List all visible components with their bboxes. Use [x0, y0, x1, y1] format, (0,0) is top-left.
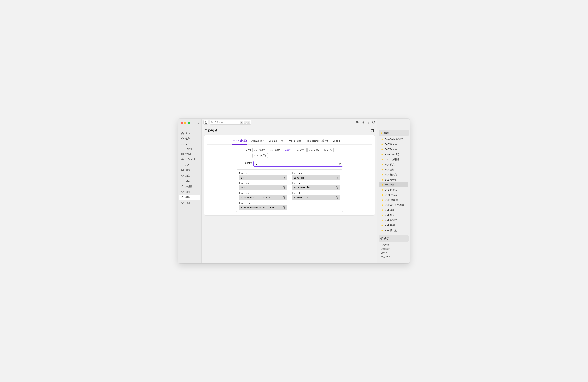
page-header: 单位转换 [202, 126, 377, 134]
tool-item[interactable]: ⚡UUID 解析器 [379, 197, 408, 203]
tool-item[interactable]: ⚡XML 压缩 [379, 223, 408, 228]
svg-rect-0 [182, 153, 182, 154]
tool-item[interactable]: ⚡Paseto 解析器 [379, 157, 408, 162]
unit-chip[interactable]: m (米) [283, 148, 293, 153]
length-input[interactable] [253, 161, 343, 167]
collapse-sidebar-button[interactable]: « [197, 122, 199, 124]
svg-rect-1 [183, 153, 183, 154]
bolt-icon [181, 196, 184, 199]
nav-item-plug[interactable]: JSON [179, 147, 200, 152]
tool-item[interactable]: ⚡SQL 转义 [379, 162, 408, 167]
unit-chip[interactable]: ft (英尺) [321, 148, 334, 153]
tool-item[interactable]: ⚡SQL 压缩 [379, 167, 408, 172]
nav-item-clock[interactable]: 日期时间 [179, 157, 200, 162]
tab[interactable]: Mass (质量) [289, 138, 302, 144]
tool-item[interactable]: ⚡JavaScript 反转义 [379, 137, 408, 142]
nav-item-bolt[interactable]: 编程 [179, 195, 200, 200]
tab[interactable]: Volume (体积) [268, 138, 285, 144]
copy-icon[interactable] [336, 176, 338, 179]
tool-item[interactable]: ⚡JWT 解析器 [379, 147, 408, 152]
unit-chip[interactable]: cm (厘米) [268, 148, 282, 153]
nav-label: 编码 [185, 179, 190, 183]
unit-chip[interactable]: mm (毫米) [252, 148, 267, 153]
bolt-icon: ⚡ [381, 184, 384, 186]
bolt-icon: ⚡ [381, 194, 384, 196]
tool-item[interactable]: ⚡JWT 生成器 [379, 142, 408, 147]
tab[interactable]: Area (面积) [251, 138, 264, 144]
length-row: length: m [236, 161, 343, 167]
result-value: 100 cm [239, 185, 287, 190]
nav-item-globe[interactable]: 网页 [179, 200, 200, 206]
tool-item[interactable]: ⚡UTM 生成器 [379, 192, 408, 197]
about-header[interactable]: ⓘ 关于 ⌄ [378, 235, 409, 242]
zoom-window-button[interactable] [188, 122, 190, 124]
toggle-right-panel-icon[interactable] [371, 129, 374, 132]
nav-item-palette[interactable]: 颜色 [179, 173, 200, 178]
tool-item[interactable]: ⚡XML 转义 [379, 213, 408, 218]
tool-item[interactable]: ⚡Paseto 生成器 [379, 152, 408, 157]
tool-item[interactable]: ⚡SQL 格式化 [379, 172, 408, 177]
nav-item-grid[interactable]: YAML [179, 152, 200, 157]
svg-point-16 [363, 123, 364, 123]
nav-item-wifi[interactable]: 网络 [179, 189, 200, 195]
tool-label: XML 格式化 [385, 229, 397, 232]
result-label: 1 m → mi : [239, 192, 287, 194]
nav-label: 日期时间 [185, 158, 195, 161]
copy-icon[interactable] [336, 196, 338, 199]
nav-item-star[interactable]: 收藏 [179, 136, 200, 141]
tabs-more-button[interactable]: ⋯ [344, 138, 347, 144]
close-window-button[interactable] [181, 122, 183, 124]
bell-icon [181, 143, 184, 145]
unit-label: Unit: [236, 148, 252, 151]
unit-chip[interactable]: mi (英里) [307, 148, 321, 153]
about-body: 转换单位 分类: 编程 版本: ga 作者: He3 [378, 242, 409, 260]
result-value: 1 m [239, 175, 287, 180]
tool-label: UTM 生成器 [385, 193, 398, 197]
nav-item-bolt[interactable]: 加解密 [179, 184, 200, 189]
svg-point-17 [368, 122, 369, 122]
copy-icon[interactable] [283, 206, 286, 209]
tool-label: SQL 压缩 [385, 168, 395, 171]
result-label: 1 m → in : [292, 182, 340, 185]
theme-icon[interactable] [372, 121, 375, 124]
wechat-icon[interactable] [356, 121, 359, 124]
copy-icon[interactable] [283, 186, 286, 189]
tab[interactable]: Temperature (温度) [307, 138, 328, 144]
tool-item[interactable]: ⚡SQL 反转义 [379, 177, 408, 182]
chevron-down-icon: ⌄ [405, 237, 407, 240]
category-header[interactable]: ⚡ 编程 ⌄ [378, 130, 409, 136]
copy-icon[interactable] [283, 196, 286, 199]
nav-list: 主页收藏全部JSONYAML日期时间文本图片颜色编码加解密网络编程网页 [178, 131, 202, 206]
nav-label: 收藏 [185, 137, 190, 140]
bolt-icon: ⚡ [381, 153, 384, 156]
home-button[interactable] [204, 120, 208, 125]
tool-item[interactable]: ⚡XML路径 [379, 208, 408, 213]
nav-item-image[interactable]: 图片 [179, 168, 200, 173]
copy-icon[interactable] [336, 186, 338, 189]
search-box[interactable]: 单位转换 ⌘ + K [210, 120, 251, 125]
bolt-icon: ⚡ [381, 138, 384, 141]
nav-item-code[interactable]: 编码 [179, 178, 200, 184]
tool-item[interactable]: ⚡XML 反转义 [379, 218, 408, 223]
tool-item[interactable]: ⚡单位转换 [379, 182, 408, 187]
tab[interactable]: Length (长度) [231, 138, 247, 145]
svg-rect-5 [182, 169, 184, 171]
nav-item-home[interactable]: 主页 [179, 131, 200, 136]
nav-item-text[interactable]: 文本 [179, 162, 200, 168]
about-line: 转换单位 [381, 243, 407, 247]
bolt-icon: ⚡ [381, 199, 384, 201]
minimize-window-button[interactable] [184, 122, 187, 124]
tab[interactable]: Speed [332, 138, 340, 144]
unit-chip[interactable]: in (英寸) [294, 148, 307, 153]
svg-point-15 [362, 122, 362, 122]
share-icon[interactable] [361, 121, 364, 124]
nav-item-bell[interactable]: 全部 [179, 141, 200, 147]
tool-item[interactable]: ⚡UUID/ULID 生成器 [379, 203, 408, 208]
tool-label: XML 压缩 [385, 224, 395, 227]
tool-item[interactable]: ⚡URL 解析器 [379, 187, 408, 192]
svg-point-9 [182, 175, 183, 175]
settings-icon[interactable] [367, 121, 370, 124]
tool-item[interactable]: ⚡XML 格式化 [379, 228, 408, 233]
unit-chip[interactable]: ft-us (美尺) [252, 153, 268, 158]
copy-icon[interactable] [283, 176, 286, 179]
